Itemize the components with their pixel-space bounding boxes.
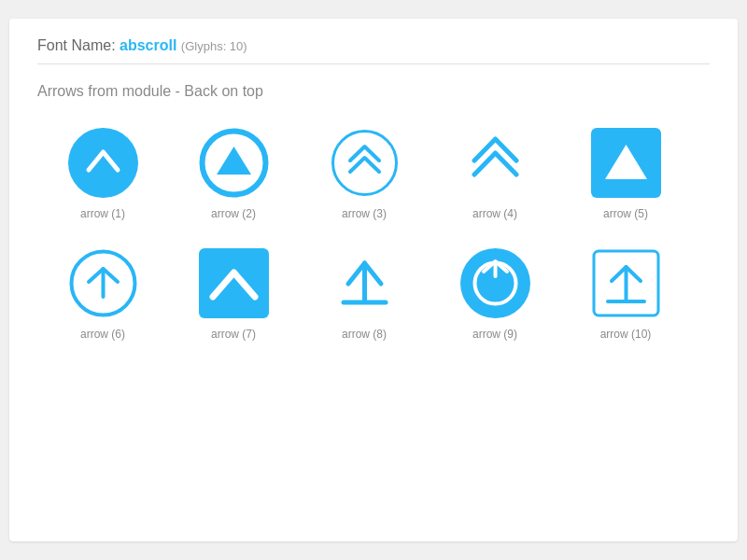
glyph-item-6: arrow (6) xyxy=(37,248,168,341)
main-card: Font Name: abscroll (Glyphs: 10) Arrows … xyxy=(9,19,738,541)
svg-point-3 xyxy=(332,132,396,195)
glyph-icon-4 xyxy=(460,128,530,198)
glyph-label-3: arrow (3) xyxy=(342,207,387,220)
glyph-item-9: arrow (9) xyxy=(430,248,560,341)
glyph-icon-8 xyxy=(330,248,400,318)
glyph-icon-10 xyxy=(591,248,661,318)
glyph-icon-1 xyxy=(68,128,138,198)
glyph-label-4: arrow (4) xyxy=(472,207,517,220)
glyph-label-10: arrow (10) xyxy=(600,328,652,341)
glyphs-count: (Glyphs: 10) xyxy=(181,39,247,53)
glyph-item-10: arrow (10) xyxy=(560,248,691,341)
glyphs-grid: arrow (1) arrow (2) arrow (3) xyxy=(37,128,710,369)
glyph-label-8: arrow (8) xyxy=(342,328,387,341)
glyph-icon-3 xyxy=(330,128,400,198)
glyph-item-5: arrow (5) xyxy=(560,128,691,220)
glyph-item-2: arrow (2) xyxy=(168,128,299,220)
glyph-icon-7 xyxy=(199,248,269,318)
glyph-icon-5 xyxy=(591,128,661,198)
font-label: Font Name: xyxy=(37,37,116,53)
glyph-icon-2 xyxy=(199,128,269,198)
glyph-label-6: arrow (6) xyxy=(80,328,125,341)
glyph-item-7: arrow (7) xyxy=(168,248,299,341)
glyph-item-1: arrow (1) xyxy=(37,128,168,220)
section-title: Arrows from module - Back on top xyxy=(37,83,710,100)
glyph-item-3: arrow (3) xyxy=(299,128,430,220)
glyph-icon-9 xyxy=(460,248,530,318)
glyph-item-8: arrow (8) xyxy=(299,248,430,341)
glyph-label-1: arrow (1) xyxy=(80,207,125,220)
glyph-item-4: arrow (4) xyxy=(430,128,560,220)
glyph-label-5: arrow (5) xyxy=(603,207,648,220)
glyph-label-9: arrow (9) xyxy=(472,328,517,341)
glyph-label-7: arrow (7) xyxy=(211,328,256,341)
font-header: Font Name: abscroll (Glyphs: 10) xyxy=(37,37,710,64)
svg-rect-8 xyxy=(199,248,269,318)
svg-point-11 xyxy=(460,248,530,318)
font-name: abscroll xyxy=(120,37,176,53)
svg-point-0 xyxy=(68,128,138,198)
glyph-icon-6 xyxy=(68,248,138,318)
glyph-label-2: arrow (2) xyxy=(211,207,256,220)
